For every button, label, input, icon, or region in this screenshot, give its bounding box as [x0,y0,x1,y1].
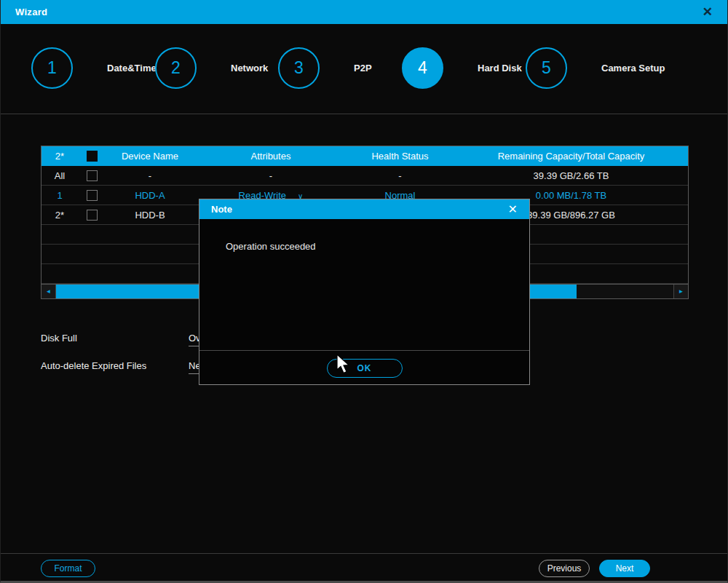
header-capacity: Remaining Capacity/Total Capacity [453,151,689,162]
step-2-circle: 2 [155,47,197,89]
dialog-title: Note [211,204,232,215]
disk-full-label: Disk Full [41,333,189,344]
header-id: 2* [41,151,78,162]
step-5-number: 5 [542,58,551,78]
scroll-right-icon[interactable]: ► [673,285,688,298]
wizard-window: Wizard ✕ 1 Date&Time 2 Network 3 P2P 4 H… [0,0,728,583]
checkbox-icon [87,151,98,162]
step-2-label: Network [231,63,268,74]
row-2-id: 2* [41,210,78,221]
row-all-attributes: - [194,170,347,181]
step-1-label: Date&Time [107,63,157,74]
step-hard-disk[interactable]: 4 Hard Disk [402,47,522,89]
header-attributes: Attributes [194,151,347,162]
step-2-number: 2 [171,58,181,78]
step-4-number: 4 [418,58,427,78]
step-3-label: P2P [354,63,372,74]
row-all-capacity: 39.39 GB/2.66 TB [453,170,689,181]
row-all-health: - [347,170,453,181]
step-1-circle: 1 [31,47,73,89]
select-all-checkbox[interactable] [78,151,106,162]
previous-button[interactable]: Previous [539,560,590,577]
window-titlebar: Wizard ✕ [1,0,727,24]
step-4-label: Hard Disk [478,63,522,74]
dialog-close-icon[interactable]: ✕ [508,202,518,216]
checkbox-icon [87,210,98,221]
next-button[interactable]: Next [599,560,650,577]
table-header-row: 2* Device Name Attributes Health Status … [41,146,688,166]
step-5-label: Camera Setup [601,63,665,74]
table-row-all[interactable]: All - - - 39.39 GB/2.66 TB [41,166,688,186]
dialog-message: Operation succeeded [226,241,503,252]
scroll-left-icon[interactable]: ◄ [41,285,56,298]
checkbox-icon [87,190,98,201]
step-3-circle: 3 [278,47,320,89]
auto-delete-label: Auto-delete Expired Files [41,360,189,371]
step-4-circle: 4 [402,47,443,89]
format-button[interactable]: Format [41,560,95,577]
step-5-circle: 5 [526,47,567,89]
checkbox-icon [87,170,98,181]
step-network[interactable]: 2 Network [155,47,268,89]
footer-divider [1,553,727,554]
row-all-checkbox[interactable] [78,170,106,181]
step-camera-setup[interactable]: 5 Camera Setup [526,47,665,89]
step-p2p[interactable]: 3 P2P [278,47,372,89]
row-2-device: HDD-B [106,210,194,221]
note-dialog: Note ✕ Operation succeeded OK [199,199,530,385]
dialog-footer: OK [199,350,529,384]
row-all-device: - [106,170,194,181]
row-all-id: All [41,170,78,181]
step-date-time[interactable]: 1 Date&Time [31,47,157,89]
window-close-icon[interactable]: ✕ [703,4,713,20]
dialog-body: Operation succeeded [199,219,529,350]
row-2-checkbox[interactable] [78,210,106,221]
window-title: Wizard [15,7,47,17]
dialog-titlebar: Note ✕ [199,199,529,219]
header-health-status: Health Status [347,151,453,162]
header-device-name: Device Name [106,151,194,162]
wizard-steps: 1 Date&Time 2 Network 3 P2P 4 Hard Disk … [1,24,727,114]
row-1-checkbox[interactable] [78,190,106,201]
row-1-id: 1 [41,190,78,201]
step-3-number: 3 [294,58,304,78]
step-1-number: 1 [47,58,57,78]
mouse-cursor-icon [336,354,352,376]
row-1-device: HDD-A [106,190,194,201]
